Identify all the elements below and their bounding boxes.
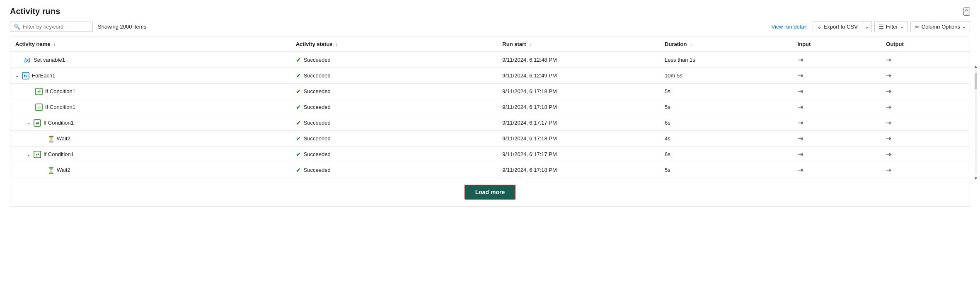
output-icon-6[interactable]: ⇥ (886, 135, 891, 142)
expand-button-2[interactable]: ⌄ (15, 73, 19, 78)
col-header-name[interactable]: Activity name ↕ (10, 37, 291, 52)
search-input[interactable] (23, 24, 89, 30)
load-more-button[interactable]: Load more (465, 185, 516, 200)
output-icon-4[interactable]: ⇥ (886, 104, 891, 111)
svg-text:⇄: ⇄ (36, 121, 39, 125)
activity-name-cell-2: ⌄ fx ForEach1 (15, 72, 286, 79)
collapse-button[interactable]: ⌃ (963, 7, 970, 16)
activity-name-text-5: If Condition1 (44, 120, 74, 126)
scroll-up-arrow[interactable]: ▲ (974, 64, 978, 69)
runstart-6: 9/11/2024, 6:17:18 PM (497, 131, 660, 147)
expand-button-7[interactable]: ⌄ (27, 152, 30, 157)
status-text-3: Succeeded (304, 88, 331, 94)
runstart-5: 9/11/2024, 6:17:17 PM (497, 115, 660, 131)
table-header-row: Activity name ↕ Activity status ↕ Run st… (10, 37, 970, 52)
col-header-duration[interactable]: Duration ↕ (660, 37, 793, 52)
col-header-output: Output (881, 37, 970, 52)
status-success-icon-6: ✔ (296, 135, 301, 142)
table-row: ⏳ Wait2 ✔ Succeeded 9/11/2024, 6:17:18 P… (10, 162, 970, 178)
column-options-button[interactable]: ✏ Column Options ⌄ (910, 21, 970, 32)
output-icon-2[interactable]: ⇥ (886, 72, 891, 79)
status-cell-4: ✔ Succeeded (296, 104, 493, 111)
column-options-icon: ✏ (915, 24, 920, 30)
input-icon-5[interactable]: ⇥ (798, 119, 803, 126)
input-icon-7[interactable]: ⇥ (798, 151, 803, 158)
load-more-row: Load more (10, 178, 970, 207)
activity-runs-table: Activity name ↕ Activity status ↕ Run st… (10, 36, 970, 207)
input-icon-6[interactable]: ⇥ (798, 135, 803, 142)
expand-button-5[interactable]: ⌄ (27, 120, 30, 125)
scroll-down-arrow[interactable]: ▼ (974, 176, 978, 181)
input-icon-4[interactable]: ⇥ (798, 104, 803, 111)
column-options-chevron-icon: ⌄ (962, 24, 965, 29)
output-icon-1[interactable]: ⇥ (886, 56, 891, 63)
status-success-icon-4: ✔ (296, 104, 301, 111)
filter-button[interactable]: ☰ Filter ⌄ (874, 21, 908, 32)
runstart-3: 9/11/2024, 6:17:18 PM (497, 84, 660, 99)
status-cell-3: ✔ Succeeded (296, 88, 493, 95)
filter-label: Filter (886, 24, 898, 30)
status-text-4: Succeeded (304, 104, 331, 110)
status-cell-7: ✔ Succeeded (296, 151, 493, 158)
duration-6: 4s (660, 131, 793, 147)
duration-3: 5s (660, 84, 793, 99)
table-row: ⌄ fx ForEach1 ✔ Succeeded 9/11/2024, 6:1… (10, 68, 970, 84)
activity-name-cell-3: ⇄ If Condition1 (15, 88, 286, 95)
activity-name-cell-1: (x) Set variable1 (15, 56, 286, 64)
status-text-7: Succeeded (304, 151, 331, 157)
status-success-icon-3: ✔ (296, 88, 301, 95)
activity-name-text-2: ForEach1 (32, 72, 55, 79)
activity-name-cell-8: ⏳ Wait2 (15, 166, 286, 174)
table-row: ⏳ Wait2 ✔ Succeeded 9/11/2024, 6:17:18 P… (10, 131, 970, 147)
toolbar-right: View run detail ⇓ Export to CSV ⌄ ☰ Filt… (768, 21, 970, 32)
sort-icon-status: ↕ (336, 42, 338, 47)
input-icon-2[interactable]: ⇥ (798, 72, 803, 79)
download-icon: ⇓ (817, 24, 822, 30)
sort-icon-runstart: ↕ (529, 42, 531, 47)
view-run-detail-button[interactable]: View run detail (768, 22, 810, 31)
activity-name-text-3: If Condition1 (45, 88, 75, 94)
page-header: Activity runs ⌃ (10, 7, 970, 16)
scroll-track[interactable] (975, 70, 977, 175)
runstart-7: 9/11/2024, 6:17:17 PM (497, 147, 660, 162)
activity-name-cell-4: ⇄ If Condition1 (15, 104, 286, 111)
main-container: Activity runs ⌃ 🔍 Showing 2000 items Vie… (0, 0, 980, 214)
status-text-1: Succeeded (304, 57, 331, 63)
runstart-1: 9/11/2024, 6:12:48 PM (497, 52, 660, 68)
col-header-runstart[interactable]: Run start ↕ (497, 37, 660, 52)
view-run-detail-label: View run detail (771, 24, 806, 30)
output-icon-8[interactable]: ⇥ (886, 166, 891, 173)
col-header-status[interactable]: Activity status ↕ (291, 37, 498, 52)
table-row: ⌄ ⇄ If Condition1 ✔ Succeeded 9/11/2024,… (10, 115, 970, 131)
column-options-label: Column Options (922, 24, 960, 30)
search-icon: 🔍 (14, 24, 20, 30)
activity-name-cell-7: ⌄ ⇄ If Condition1 (15, 151, 286, 158)
export-csv-button[interactable]: ⇓ Export to CSV (813, 22, 862, 32)
status-success-icon-8: ✔ (296, 166, 301, 174)
duration-1: Less than 1s (660, 52, 793, 68)
input-icon-8[interactable]: ⇥ (798, 166, 803, 173)
table-row: (x) Set variable1 ✔ Succeeded 9/11/2024,… (10, 52, 970, 68)
output-icon-7[interactable]: ⇥ (886, 151, 891, 158)
input-icon-1[interactable]: ⇥ (798, 56, 803, 63)
search-box: 🔍 (10, 22, 93, 32)
runstart-4: 9/11/2024, 6:17:18 PM (497, 99, 660, 115)
output-icon-3[interactable]: ⇥ (886, 88, 891, 95)
status-text-5: Succeeded (304, 120, 331, 126)
activity-name-text-6: Wait2 (57, 135, 70, 142)
duration-5: 6s (660, 115, 793, 131)
status-cell-5: ✔ Succeeded (296, 119, 493, 127)
status-text-6: Succeeded (304, 135, 331, 142)
status-cell-6: ✔ Succeeded (296, 135, 493, 142)
activity-name-text-8: Wait2 (57, 167, 70, 173)
output-icon-5[interactable]: ⇥ (886, 119, 891, 126)
input-icon-3[interactable]: ⇥ (798, 88, 803, 95)
runstart-8: 9/11/2024, 6:17:18 PM (497, 162, 660, 178)
export-chevron-button[interactable]: ⌄ (862, 22, 871, 32)
export-group: ⇓ Export to CSV ⌄ (813, 21, 872, 32)
status-success-icon-1: ✔ (296, 56, 301, 64)
status-success-icon-7: ✔ (296, 151, 301, 158)
status-text-8: Succeeded (304, 167, 331, 173)
page-title: Activity runs (10, 7, 60, 16)
svg-text:⏳: ⏳ (47, 135, 54, 142)
